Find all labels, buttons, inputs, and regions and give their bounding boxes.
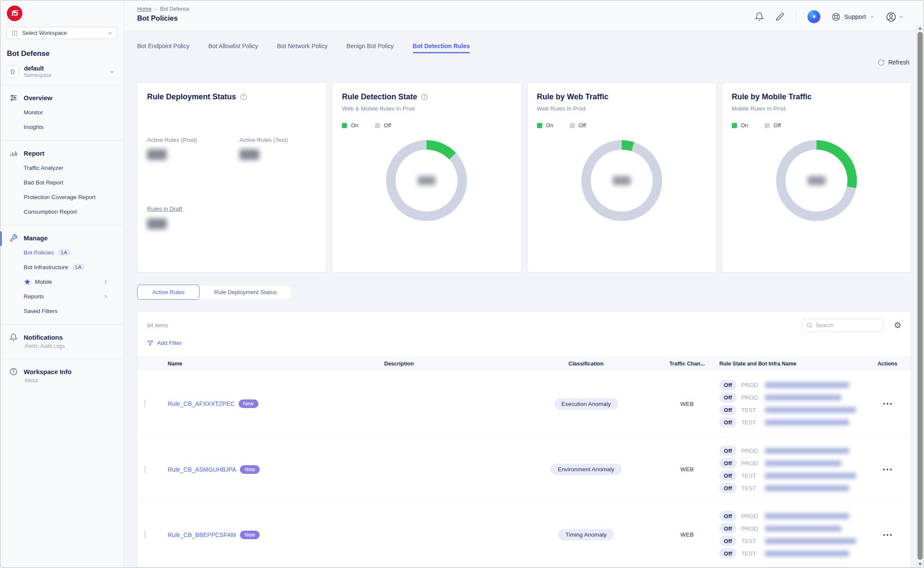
active-section-indicator [0,231,2,246]
env-label: TEST [741,550,760,557]
redacted-infra-name [765,461,841,466]
page-title: Bot Policies [137,14,190,22]
search-input[interactable] [816,322,879,329]
namespace-selector[interactable]: D default Namespace [6,65,117,78]
sidebar-item-traffic-analyzer[interactable]: Traffic Analyzer [0,160,123,175]
tab-bot-network-policy[interactable]: Bot Network Policy [277,43,327,53]
row-actions-menu[interactable] [863,534,911,536]
row-checkbox[interactable] [144,531,145,539]
search-box[interactable] [802,319,884,332]
sidebar: f5 Select Workspace Bot Defense D defaul… [0,0,124,568]
scroll-up-arrow[interactable] [918,27,922,30]
card-subtitle: Mobile Rules In Prod [732,105,901,112]
breadcrumb-section: Bot Defense [160,6,190,12]
chevron-down-icon [109,69,115,74]
top-header: Home › Bot Defense Bot Policies ✶ [124,0,924,31]
sidebar-item-saved-filters[interactable]: Saved Filters [0,304,123,318]
product-title: Bot Defense [7,49,123,58]
toggle-active-rules[interactable]: Active Rules [137,285,200,300]
row-actions-menu[interactable] [863,469,911,470]
sidebar-item-manage[interactable]: Manage [0,231,123,245]
sidebar-item-report[interactable]: Report [0,146,123,160]
col-classification[interactable]: Classification [507,361,666,367]
tab-bot-allowlist-policy[interactable]: Bot Allowlist Policy [208,43,258,53]
col-name[interactable]: Name [158,361,292,367]
row-actions-menu[interactable] [863,403,911,405]
card-rule-detection-state: Rule Detection State Web & Mobile Rules … [332,83,521,273]
sidebar-item-bot-infrastructure[interactable]: Bot Infrastructure LA [0,260,123,274]
rules-in-draft-link[interactable]: Rules in Draft [147,206,182,212]
sidebar-item-monitor[interactable]: Monitor [0,105,123,120]
state-pill: Off [719,393,737,403]
vertical-scrollbar[interactable] [916,25,924,568]
nav-section-manage: Manage Bot Policies LA Bot Infrastructur… [0,225,123,323]
sidebar-item-mobile[interactable]: Mobile [0,274,123,289]
notifications-bell-icon[interactable] [755,12,764,21]
chart-legend: On Off [732,122,901,129]
workspace-selector[interactable]: Select Workspace [6,27,117,39]
legend-off-label: Off [774,122,781,129]
tab-bot-detection-rules[interactable]: Bot Detection Rules [413,43,470,53]
ai-assistant-icon[interactable]: ✶ [807,10,820,23]
scrollbar-thumb[interactable] [918,32,923,560]
redacted-infra-name [765,485,849,491]
info-icon[interactable] [240,93,247,101]
grid-icon [11,30,18,37]
legend-on-label: On [741,122,748,129]
card-rule-deployment-status: Rule Deployment Status Active Rules (Pro… [137,83,326,273]
col-actions: Actions [863,361,911,367]
rule-name-link[interactable]: Rule_CB_ASMGUHBJPA [168,466,236,473]
rule-name-link[interactable]: Rule_CB_AFXXXTZPEC [168,400,235,407]
sidebar-item-consumption-report[interactable]: Consumption Report [0,204,123,219]
breadcrumb-home[interactable]: Home [137,6,151,12]
new-badge: New [239,399,258,408]
sidebar-item-workspace-info[interactable]: Workspace Info [0,365,123,379]
row-checkbox[interactable] [144,399,145,408]
f5-logo[interactable]: f5 [7,6,22,21]
sidebar-item-notifications[interactable]: Notifications [0,330,123,344]
col-description[interactable]: Description [292,361,507,367]
nav-section-report: Report Traffic Analyzer Bad Bot Report P… [0,141,123,224]
sidebar-item-bot-policies[interactable]: Bot Policies LA [0,245,123,260]
scroll-down-arrow[interactable] [918,563,922,566]
pen-icon[interactable] [775,12,785,21]
row-checkbox[interactable] [144,465,145,473]
legend-off-label: Off [384,122,391,129]
info-icon[interactable] [421,93,428,101]
legend-on-swatch [342,123,347,128]
sidebar-item-protection-coverage-report[interactable]: Protection Coverage Report [0,190,123,204]
bar-chart-icon [9,149,18,157]
table-row: Rule_CB_AFXXXTZPEC New Execution Anomaly… [138,371,911,436]
toggle-rule-deployment-status[interactable]: Rule Deployment Status [198,285,292,300]
breadcrumb: Home › Bot Defense [137,6,190,12]
sidebar-item-bad-bot-report[interactable]: Bad Bot Report [0,175,123,190]
env-label: TEST [741,419,760,426]
legend-off-label: Off [579,122,586,129]
sidebar-item-reports[interactable]: Reports [0,289,123,304]
refresh-button[interactable]: Refresh [878,59,909,66]
nav-label: Monitor [24,109,43,116]
col-rule-state[interactable]: Rule State and Bot Infra Name [709,361,863,367]
legend-on-swatch [732,123,737,128]
add-filter-button[interactable]: Add Filter [147,340,182,346]
chart-legend: On Off [537,122,706,129]
redacted-infra-name [765,513,849,519]
life-buoy-icon [832,12,841,21]
divider [796,11,796,22]
rule-name-link[interactable]: Rule_CB_BBEPPCSFAM [168,531,236,538]
chevron-right-icon [103,279,114,285]
tab-benign-bot-policy[interactable]: Benign Bot Policy [347,43,394,53]
namespace-avatar: D [6,65,19,78]
support-menu[interactable]: Support [832,12,875,21]
col-traffic-channel[interactable]: Traffic Chan... [666,361,709,367]
sidebar-item-insights[interactable]: Insights [0,120,123,134]
tab-bot-endpoint-policy[interactable]: Bot Endpoint Policy [137,43,189,53]
nav-section-overview: Overview Monitor Insights [0,85,123,139]
sidebar-item-overview[interactable]: Overview [0,91,123,105]
card-subtitle: Web & Mobile Rules In Prod [342,105,511,112]
nav-label: Traffic Analyzer [24,165,63,171]
redacted-infra-name [765,473,856,479]
user-menu[interactable] [886,12,904,22]
gear-icon[interactable]: ⚙ [894,321,901,329]
new-badge: New [240,465,260,474]
